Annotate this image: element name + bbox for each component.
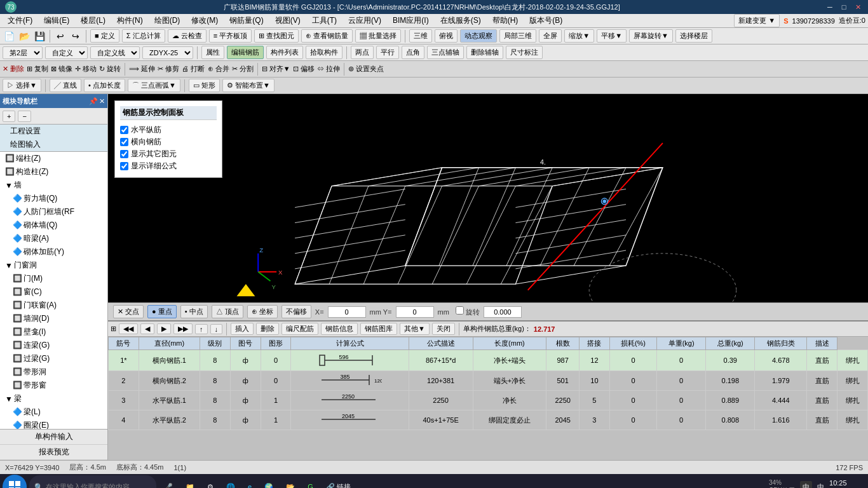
snap-endpoint-button[interactable]: ● 重点 — [147, 305, 177, 318]
offset-action[interactable]: ⊡ 偏移 — [293, 64, 315, 74]
taskbar-app1[interactable]: 📁 — [180, 475, 200, 488]
pick-element-button[interactable]: 拾取构件 — [306, 46, 342, 59]
line-type-select[interactable]: 自定义线 — [90, 46, 140, 59]
other-button[interactable]: 其他▼ — [400, 323, 430, 335]
taskbar-ie-icon[interactable]: 🌐 — [221, 475, 240, 488]
menu-bim[interactable]: BIM应用(I) — [388, 14, 434, 27]
y-input[interactable] — [396, 306, 434, 318]
tree-coupling-beam[interactable]: 🔲连梁(G) — [0, 339, 107, 352]
tree-wall-hole[interactable]: 🔲墙洞(D) — [0, 312, 107, 325]
menu-view[interactable]: 视图(V) — [270, 14, 306, 27]
tree-civil-wall[interactable]: 🔷人防门框墙(RF — [0, 205, 107, 219]
mirror-action[interactable]: ⊠ 镜像 — [51, 64, 72, 74]
tree-strip-hole[interactable]: 🔲带形洞 — [0, 365, 107, 379]
cb-horizontal-rebar[interactable]: 水平纵筋 — [120, 124, 217, 136]
close-table-button[interactable]: 关闭 — [432, 323, 455, 335]
taskbar-mic-icon[interactable]: 🎤 — [159, 475, 178, 488]
menu-file[interactable]: 文件(F) — [3, 14, 37, 27]
table-row[interactable]: 1* 横向钢筋.1 8 ф 0 — [109, 350, 868, 371]
menu-tools[interactable]: 工具(T) — [307, 14, 342, 27]
del-axis-button[interactable]: 删除辅轴 — [466, 46, 503, 59]
cb-transverse-rebar[interactable]: 横向钢筋 — [120, 136, 217, 148]
nav-last-button[interactable]: ▶▶ — [173, 323, 193, 334]
parallel-button[interactable]: 平行 — [376, 46, 399, 59]
floor-select[interactable]: 第2层 — [3, 46, 43, 59]
define-button[interactable]: ■ 定义 — [90, 29, 119, 43]
menu-modify[interactable]: 修改(M) — [186, 14, 223, 27]
rotate-action[interactable]: ↻ 旋转 — [99, 64, 121, 74]
tree-group-door-window[interactable]: ▼门窗洞 — [0, 259, 107, 272]
menu-edit[interactable]: 编辑(E) — [39, 14, 74, 27]
tree-lintel[interactable]: 🔲过梁(G) — [0, 352, 107, 365]
taskbar-link-item[interactable]: 🔗 链接 — [321, 475, 356, 488]
taskbar-chrome-icon[interactable]: 🌍 — [259, 475, 278, 488]
cad-viewport[interactable]: 钢筋显示控制面板 水平纵筋 横向钢筋 显示其它图元 显示详细公式 — [108, 94, 868, 302]
find-element-button[interactable]: ⊞ 查找图元 — [254, 29, 299, 43]
floor-opt-select[interactable]: 自定义 — [45, 46, 88, 59]
taskbar-edge-icon[interactable]: e — [243, 475, 257, 488]
rebar-info-button[interactable]: 钢筋信息 — [321, 323, 358, 335]
close-button[interactable]: ✕ — [853, 3, 863, 11]
menu-help[interactable]: 帮助(H) — [487, 14, 524, 27]
menu-version[interactable]: 版本号(B) — [524, 14, 567, 27]
element-list-button[interactable]: 构件列表 — [266, 46, 303, 59]
taskbar-gd-icon[interactable]: G — [302, 475, 318, 488]
trim-action[interactable]: ✂ 修剪 — [158, 64, 179, 74]
tree-window[interactable]: 🔲窗(C) — [0, 285, 107, 299]
rotate-input[interactable] — [484, 306, 522, 318]
tree-end-column[interactable]: 🔲端柱(Z) — [0, 152, 107, 165]
table-row[interactable]: 3 水平纵筋.1 8 ф 1 2250 2250 — [109, 391, 868, 410]
nav-up-button[interactable]: ↑ — [195, 324, 208, 334]
taskbar-app2[interactable]: ⚙ — [202, 475, 219, 488]
tree-group-wall[interactable]: ▼墙 — [0, 179, 107, 192]
calc-button[interactable]: Σ 汇总计算 — [122, 29, 165, 43]
nav-down-button[interactable]: ↓ — [210, 324, 223, 334]
new-change-button[interactable]: 新建变更 ▼ — [734, 14, 780, 27]
split-action[interactable]: ✂ 分割 — [232, 64, 254, 74]
print-action[interactable]: 🖨 打断 — [182, 64, 205, 74]
undo-icon[interactable]: ↩ — [54, 30, 67, 43]
save-icon[interactable]: 💾 — [33, 30, 46, 43]
table-row[interactable]: 4 水平纵筋.2 8 ф 1 2045 40s+1+75E — [109, 410, 868, 430]
line-button[interactable]: ╱ 直线 — [50, 79, 81, 92]
select-floor-button[interactable]: 选择楼层 — [675, 29, 712, 43]
x-input[interactable] — [328, 306, 366, 318]
tree-masonry-wall[interactable]: 🔷砌体墙(Q) — [0, 219, 107, 232]
menu-element[interactable]: 构件(N) — [112, 14, 148, 27]
cb-show-other[interactable]: 显示其它图元 — [120, 148, 217, 160]
cloud-check-button[interactable]: ☁ 云检查 — [168, 29, 207, 43]
batch-select-button[interactable]: ▦ 批量选择 — [355, 29, 401, 43]
view-rebar-button[interactable]: ⊕ 查看钢筋量 — [301, 29, 353, 43]
fullscreen-button[interactable]: 全屏 — [539, 29, 562, 43]
menu-rebar-qty[interactable]: 钢筋量(Q) — [224, 14, 268, 27]
table-row[interactable]: 2 横向钢筋.2 8 ф 0 385 120 — [109, 371, 868, 391]
edit-dim-button[interactable]: 编尺配筋 — [281, 323, 318, 335]
lang-icon[interactable]: 中 — [800, 481, 812, 489]
snap-no-offset-button[interactable]: 不偏移 — [281, 305, 311, 318]
zoom-button[interactable]: 缩放▼ — [564, 29, 594, 43]
pan-button[interactable]: 平移▼ — [597, 29, 627, 43]
edit-rebar-button[interactable]: 编辑钢筋 — [227, 46, 264, 59]
tree-strip-window[interactable]: 🔲带形窗 — [0, 379, 107, 392]
nav-close-icon[interactable]: ✕ — [99, 97, 105, 105]
ime-icon[interactable]: 中 — [817, 482, 824, 489]
tree-door-window[interactable]: 🔲门联窗(A) — [0, 299, 107, 312]
top-view-button[interactable]: 俯视 — [435, 29, 458, 43]
align-action[interactable]: ⊟ 对齐▼ — [262, 64, 290, 74]
nav-pin-icon[interactable]: 📌 — [89, 97, 98, 105]
start-button[interactable] — [3, 475, 27, 488]
menu-cloud[interactable]: 云应用(V) — [343, 14, 386, 27]
single-element-input-button[interactable]: 单构件输入 — [0, 430, 107, 445]
nav-first-button[interactable]: ◀◀ — [119, 323, 138, 334]
tree-door[interactable]: 🔲门(M) — [0, 272, 107, 285]
new-icon[interactable]: 📄 — [3, 30, 15, 43]
maximize-button[interactable]: □ — [839, 3, 849, 11]
insert-row-button[interactable]: 插入 — [231, 323, 254, 335]
snap-midpoint-button[interactable]: • 中点 — [180, 305, 208, 318]
tree-group-beam[interactable]: ▼梁 — [0, 392, 107, 405]
table-expand-icon[interactable]: ⊞ — [111, 325, 116, 333]
minimize-button[interactable]: ─ — [825, 3, 835, 11]
nav-next-button[interactable]: ▶ — [157, 323, 171, 334]
arc-button[interactable]: ⌒ 三点画弧▼ — [128, 79, 180, 92]
dynamic-observe-button[interactable]: 动态观察 — [460, 29, 497, 43]
